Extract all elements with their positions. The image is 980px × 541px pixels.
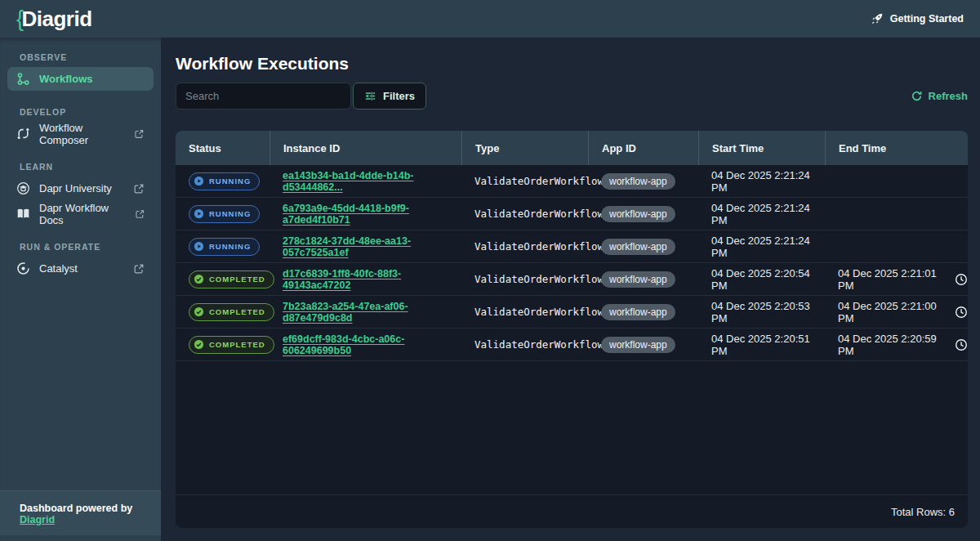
instance-id-link[interactable]: d17c6839-1ff8-40fc-88f3-49143ac47202 xyxy=(283,268,461,291)
clock-icon xyxy=(955,273,968,286)
section-label-learn: LEARN xyxy=(20,162,141,172)
app-id-cell: workflow-app xyxy=(588,239,698,255)
table-row[interactable]: COMPLETED 7b23a823-a254-47ea-af06-d87e47… xyxy=(176,296,968,329)
refresh-icon xyxy=(911,90,923,102)
diagrid-link[interactable]: Diagrid xyxy=(20,514,55,525)
type-cell: ValidateOrderWorkflow xyxy=(461,273,588,285)
app-id-cell: workflow-app xyxy=(588,206,698,222)
check-circle-icon xyxy=(194,306,204,317)
sidebar-footer: Dashboard powered by Diagrid xyxy=(0,490,161,535)
status-badge: RUNNING xyxy=(189,172,260,190)
check-circle-icon xyxy=(194,339,204,350)
app-id-cell: workflow-app xyxy=(588,271,698,288)
topbar: { Diagrid Getting Started xyxy=(0,0,980,38)
end-time-value: 04 Dec 2025 2:21:01 PM xyxy=(838,267,948,292)
start-time: 04 Dec 2025 2:21:24 PM xyxy=(711,235,825,259)
refresh-button[interactable]: Refresh xyxy=(911,90,968,102)
check-circle-icon xyxy=(194,274,204,284)
app-id-cell: workflow-app xyxy=(588,173,698,190)
workflow-type: ValidateOrderWorkflow xyxy=(474,240,604,253)
powered-by-text: Dashboard powered by xyxy=(20,503,132,514)
table-row[interactable]: RUNNING ea143b34-ba1d-4dde-b14b-d5344486… xyxy=(176,165,968,198)
external-link-icon xyxy=(133,183,145,194)
column-header-instance-id[interactable]: Instance ID xyxy=(270,131,461,165)
status-cell: RUNNING xyxy=(176,238,270,256)
app-id-badge: workflow-app xyxy=(601,271,675,288)
instance-id-cell: d17c6839-1ff8-40fc-88f3-49143ac47202 xyxy=(270,268,461,291)
table-row[interactable]: RUNNING 278c1824-37dd-48ee-aa13-057c7525… xyxy=(176,230,968,263)
workflow-type: ValidateOrderWorkflow xyxy=(474,306,604,318)
page-title: Workflow Executions xyxy=(176,54,968,74)
app-id-badge: workflow-app xyxy=(601,239,675,255)
start-time: 04 Dec 2025 2:21:24 PM xyxy=(711,169,825,194)
search-input[interactable] xyxy=(176,83,351,110)
status-badge: RUNNING xyxy=(189,205,260,223)
instance-id-link[interactable]: ea143b34-ba1d-4dde-b14b-d53444862... xyxy=(283,170,461,193)
table-row[interactable]: COMPLETED ef69dcff-983d-4cbc-a06c-606249… xyxy=(176,329,968,361)
getting-started-label: Getting Started xyxy=(890,13,964,25)
instance-id-cell: ef69dcff-983d-4cbc-a06c-606249699b50 xyxy=(270,333,461,356)
workflow-type: ValidateOrderWorkflow xyxy=(474,208,604,220)
section-label-develop: DEVELOP xyxy=(20,107,141,117)
sidebar-item-label: Workflow Composer xyxy=(39,122,125,146)
type-cell: ValidateOrderWorkflow xyxy=(461,338,588,351)
docs-icon xyxy=(16,207,30,221)
workflow-type: ValidateOrderWorkflow xyxy=(474,338,604,351)
column-header-end-time[interactable]: End Time xyxy=(825,131,968,165)
app-id-badge: workflow-app xyxy=(601,337,675,353)
sidebar-item-dapr-university[interactable]: Dapr University xyxy=(7,177,154,200)
instance-id-cell: ea143b34-ba1d-4dde-b14b-d53444862... xyxy=(270,170,461,193)
status-cell: COMPLETED xyxy=(176,270,270,288)
status-badge: COMPLETED xyxy=(189,336,274,354)
column-header-start-time[interactable]: Start Time xyxy=(698,131,825,165)
type-cell: ValidateOrderWorkflow xyxy=(461,208,588,220)
instance-id-link[interactable]: 6a793a9e-45dd-4418-b9f9-a7ded4f10b71 xyxy=(283,203,461,226)
controls-row: Filters Refresh xyxy=(176,83,968,110)
status-badge: COMPLETED xyxy=(189,270,274,288)
rocket-icon xyxy=(871,12,884,25)
sidebar-item-label: Dapr University xyxy=(39,182,112,194)
filters-button[interactable]: Filters xyxy=(353,83,426,110)
table-row[interactable]: RUNNING 6a793a9e-45dd-4418-b9f9-a7ded4f1… xyxy=(176,198,968,230)
filters-label: Filters xyxy=(383,90,415,102)
sidebar-item-catalyst[interactable]: Catalyst xyxy=(7,257,154,280)
university-icon xyxy=(16,181,30,195)
instance-id-cell: 6a793a9e-45dd-4418-b9f9-a7ded4f10b71 xyxy=(270,203,461,226)
sidebar-item-label: Workflows xyxy=(39,73,93,85)
instance-id-link[interactable]: 278c1824-37dd-48ee-aa13-057c7525a1ef xyxy=(283,235,461,258)
sidebar-item-workflows[interactable]: Workflows xyxy=(7,67,154,91)
start-time: 04 Dec 2025 2:20:54 PM xyxy=(711,267,825,292)
instance-id-link[interactable]: ef69dcff-983d-4cbc-a06c-606249699b50 xyxy=(283,333,461,356)
column-header-status[interactable]: Status xyxy=(176,131,270,165)
column-header-app-id[interactable]: App ID xyxy=(588,131,698,165)
instance-id-link[interactable]: 7b23a823-a254-47ea-af06-d87e479d9c8d xyxy=(283,301,461,324)
external-link-icon xyxy=(134,128,145,140)
start-time: 04 Dec 2025 2:21:24 PM xyxy=(711,202,825,226)
status-badge-label: COMPLETED xyxy=(209,340,265,349)
sidebar-item-dapr-workflow-docs[interactable]: Dapr Workflow Docs xyxy=(7,202,154,226)
app-id-cell: workflow-app xyxy=(588,304,698,320)
table-row[interactable]: COMPLETED d17c6839-1ff8-40fc-88f3-49143a… xyxy=(176,263,968,296)
end-time-cell: 04 Dec 2025 2:21:00 PM xyxy=(825,300,968,324)
app-id-cell: workflow-app xyxy=(588,337,698,353)
status-cell: RUNNING xyxy=(176,205,270,223)
diagrid-logo[interactable]: { Diagrid xyxy=(16,7,92,32)
table-header: Status Instance ID Type App ID Start Tim… xyxy=(176,131,968,165)
play-circle-icon xyxy=(194,176,204,186)
sidebar-item-label: Catalyst xyxy=(39,262,78,275)
column-header-type[interactable]: Type xyxy=(461,131,588,165)
catalyst-icon xyxy=(16,262,30,275)
main-content: Workflow Executions Filters Refresh S xyxy=(161,38,980,541)
table-footer: Total Rows: 6 xyxy=(176,494,968,528)
status-cell: COMPLETED xyxy=(176,303,270,321)
start-time: 04 Dec 2025 2:20:53 PM xyxy=(711,300,825,324)
play-circle-icon xyxy=(194,241,204,252)
sidebar-item-workflow-composer[interactable]: Workflow Composer xyxy=(7,122,154,145)
clock-icon xyxy=(955,338,968,351)
workflow-type: ValidateOrderWorkflow xyxy=(474,273,604,285)
instance-id-cell: 278c1824-37dd-48ee-aa13-057c7525a1ef xyxy=(270,235,461,258)
section-label-observe: OBSERVE xyxy=(20,52,141,62)
start-time-cell: 04 Dec 2025 2:20:53 PM xyxy=(698,300,825,324)
getting-started-button[interactable]: Getting Started xyxy=(871,12,964,25)
type-cell: ValidateOrderWorkflow xyxy=(461,175,588,187)
